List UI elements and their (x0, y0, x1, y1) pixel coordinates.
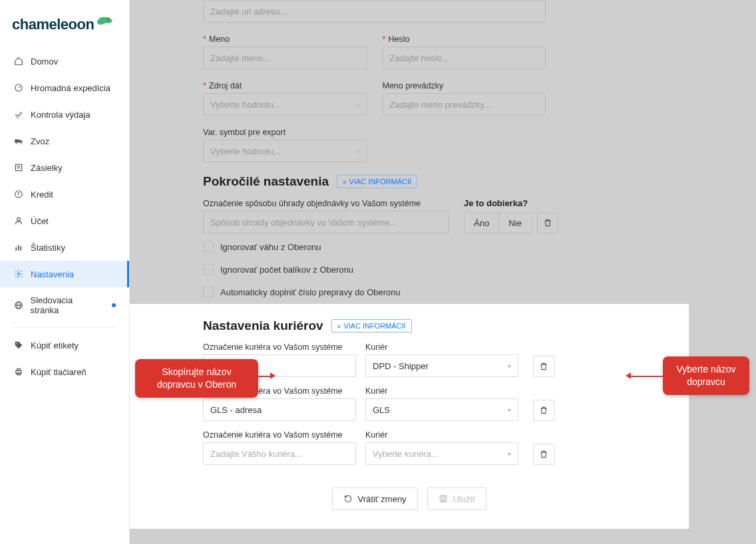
save-button[interactable]: Uložiť (427, 487, 487, 510)
courier-select[interactable]: Vyberte kuriéra... ▾ (365, 442, 518, 465)
more-info-link[interactable]: » VIAC INFORMÁCIÍ (337, 175, 417, 188)
callout-right: Vyberte názovdopravcu (663, 356, 749, 395)
main-content: Zadajte url adresu... *Meno Zadajte meno… (130, 0, 756, 544)
courier-select-label: Kuriér (365, 430, 518, 440)
cod-input[interactable]: Spôsob úhrady objednávky vo Vašom systém… (203, 211, 449, 233)
svg-point-3 (16, 142, 17, 144)
chk-autofill[interactable]: Automaticky doplniť číslo prepravy do Ob… (203, 287, 546, 297)
sidebar-item-kredit[interactable]: € Kredit (0, 181, 129, 207)
url-input[interactable]: Zadajte url adresu... (203, 0, 546, 23)
gear-icon (13, 269, 24, 279)
zdroj-label: *Zdroj dát (203, 81, 367, 90)
chk-weight[interactable]: Ignorovať váhu z Oberonu (203, 241, 546, 252)
vs-label: Var. symbol pre export (203, 128, 367, 137)
sidebar-item-zasielky[interactable]: Zásielky (0, 154, 129, 181)
svg-point-0 (108, 19, 110, 21)
heslo-label: *Heslo (383, 35, 546, 44)
zdroj-select[interactable]: Vyberte hodnotu... ▾ (203, 93, 367, 116)
cod-delete-button[interactable] (537, 212, 558, 233)
globe-icon (13, 300, 24, 311)
checkbox-icon (203, 264, 214, 275)
meno-input[interactable]: Zadajte meno... (203, 47, 367, 69)
sidebar-item-expedicia[interactable]: Hromadná expedícia (0, 74, 129, 101)
truck-icon (13, 136, 24, 146)
sidebar-item-ucet[interactable]: Účet (0, 207, 129, 234)
sidebar-item-statistiky[interactable]: Štatistiky (0, 234, 129, 261)
nav-label: Kúpiť tlačiareň (31, 367, 87, 377)
svg-rect-23 (441, 499, 445, 501)
nav-label: Štatistiky (31, 243, 65, 253)
heslo-input[interactable]: Zadajte heslo... (383, 47, 546, 69)
courier-delete-button[interactable] (533, 400, 554, 421)
nav-label: Domov (31, 57, 58, 67)
nav-label: Kontrola výdaja (31, 110, 91, 120)
chevrons-icon: » (343, 178, 347, 186)
sidebar-item-sledovacia[interactable]: Sledovacia stránka (0, 287, 129, 323)
revert-button[interactable]: Vrátiť zmeny (332, 487, 418, 510)
cod-question: Je to dobierka? (464, 198, 528, 208)
sidebar-item-nastavenia[interactable]: Nastavenia (0, 261, 129, 287)
courier-own-input[interactable]: GLS - adresa (203, 398, 356, 421)
placeholder-text: Spôsob úhrady objednávky vo Vašom systém… (210, 217, 397, 227)
sidebar-item-zvoz[interactable]: Zvoz (0, 128, 129, 154)
nav-label: Účet (31, 216, 49, 226)
nav-label: Nastavenia (31, 269, 74, 279)
arrow-head-icon (270, 372, 276, 379)
checkbox-icon (203, 287, 214, 297)
nav-label: Zvoz (31, 136, 49, 146)
prevadzka-input[interactable]: Zadajte meno prevádzky... (383, 93, 546, 116)
courier-select[interactable]: GLS ▾ (365, 398, 518, 421)
nav-label: Kredit (31, 190, 53, 200)
trash-icon (543, 218, 552, 227)
euro-icon: € (13, 189, 24, 200)
chevron-down-icon: ▾ (508, 450, 511, 458)
placeholder-text: Vyberte hodnotu... (210, 100, 281, 110)
callout-left: Skopírujte názovdopravcu v Oberon (135, 359, 258, 398)
svg-rect-12 (18, 245, 19, 251)
courier-row: Označenie kuriéra vo Vašom systéme DPD-a… (203, 342, 616, 377)
tag-icon (13, 340, 24, 350)
courier-own-label: Označenie kuriéra vo Vašom systéme (203, 342, 356, 352)
arrow-line (258, 376, 270, 377)
vs-select[interactable]: Vyberte hodnotu... ▾ (203, 140, 367, 162)
cod-segmented: Áno Nie (464, 212, 532, 233)
printer-icon (13, 366, 24, 377)
sidebar-item-etikety[interactable]: Kúpiť etikety (0, 332, 129, 358)
primary-nav: Domov Hromadná expedícia Kontrola výdaja… (0, 48, 129, 385)
cod-yes-button[interactable]: Áno (464, 212, 499, 233)
svg-point-10 (17, 217, 21, 221)
courier-row: Označenie kuriéra vo Vašom systéme GLS -… (203, 386, 616, 421)
home-icon (13, 56, 24, 67)
courier-own-input[interactable]: Zadajte Vášho kuriéra... (203, 442, 356, 465)
sidebar-item-kontrola[interactable]: Kontrola výdaja (0, 101, 129, 128)
cod-no-button[interactable]: Nie (499, 212, 532, 233)
chevrons-icon: » (337, 323, 341, 330)
more-info-link[interactable]: » VIAC INFORMÁCIÍ (331, 319, 412, 333)
svg-rect-11 (15, 247, 17, 251)
check-icon (13, 109, 24, 120)
trash-icon (539, 450, 548, 459)
reload-icon (343, 494, 353, 503)
courier-delete-button[interactable] (533, 356, 554, 377)
chk-packages[interactable]: Ignorovať počet balíkov z Oberonu (203, 264, 546, 275)
form-actions: Vrátiť zmeny Uložiť (203, 487, 616, 510)
brand-text: chameleoon (12, 16, 94, 33)
sidebar-item-domov[interactable]: Domov (0, 48, 129, 74)
arrow-head-icon (626, 372, 631, 379)
placeholder-text: Zadajte meno... (210, 53, 270, 63)
svg-rect-13 (20, 246, 21, 250)
courier-delete-button[interactable] (533, 444, 554, 465)
list-icon (13, 162, 24, 173)
placeholder-text: Zadajte url adresu... (210, 7, 287, 17)
courier-select[interactable]: DPD - Shipper ▾ (365, 354, 518, 377)
chevron-down-icon: ▾ (508, 406, 511, 414)
svg-point-4 (20, 142, 21, 144)
chevron-down-icon: ▾ (508, 362, 511, 370)
arrow-line (631, 376, 663, 377)
meno-label: *Meno (203, 35, 367, 44)
placeholder-text: Vyberte hodnotu... (210, 146, 281, 156)
sidebar-item-tlaciaren[interactable]: Kúpiť tlačiareň (0, 358, 129, 385)
checkbox-icon (203, 241, 214, 252)
trash-icon (539, 362, 548, 371)
svg-rect-2 (15, 140, 19, 143)
